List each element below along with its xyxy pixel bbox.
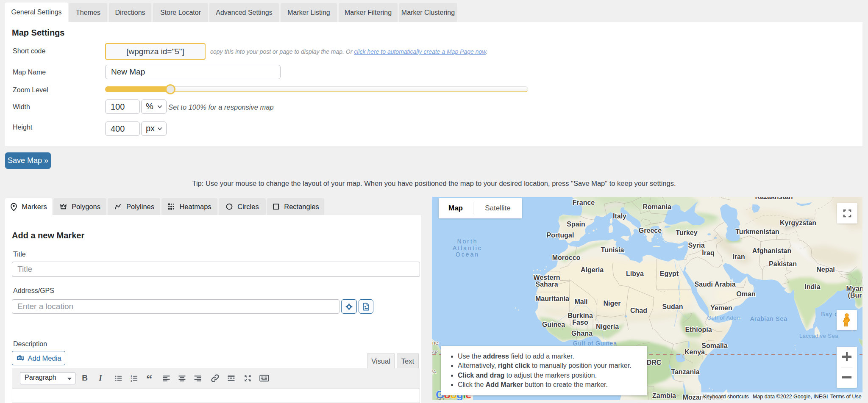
svg-text:Morocco: Morocco (552, 254, 581, 261)
svg-text:Afghanistan: Afghanistan (752, 247, 791, 254)
svg-text:Tanzania: Tanzania (671, 368, 699, 375)
svg-text:Syria: Syria (688, 242, 704, 249)
svg-text:Libya: Libya (626, 270, 644, 277)
svg-text:Greece: Greece (639, 227, 662, 234)
svg-text:DRC: DRC (647, 359, 662, 366)
svg-text:Tunisia: Tunisia (601, 246, 624, 254)
svg-text:Iraq: Iraq (702, 249, 714, 257)
svg-text:“: “ (146, 374, 152, 382)
svg-text:Yemen: Yemen (710, 304, 732, 312)
svg-text:Turkey: Turkey (676, 229, 697, 236)
svg-text:Iran: Iran (732, 253, 745, 260)
svg-text:2: 2 (131, 377, 132, 380)
svg-text:Chad: Chad (630, 307, 647, 314)
svg-text:Gulf of Aden: Gulf of Aden (707, 315, 740, 321)
svg-text:Saudi Arabia: Saudi Arabia (694, 281, 735, 288)
svg-text:AP: AP (432, 350, 438, 355)
svg-text:India: India (804, 283, 820, 290)
svg-text:Pakistan: Pakistan (769, 260, 797, 268)
svg-text:Kyrgyzstan: Kyrgyzstan (780, 219, 816, 226)
svg-text:PA: PA (432, 369, 437, 374)
svg-text:3: 3 (131, 380, 132, 382)
svg-text:1: 1 (131, 375, 132, 377)
svg-text:Ethiopia: Ethiopia (685, 326, 712, 333)
svg-text:Italy: Italy (613, 213, 626, 220)
svg-text:Somalia: Somalia (701, 342, 727, 349)
svg-text:Mali: Mali (574, 298, 587, 305)
svg-text:Laccadive Sea: Laccadive Sea (799, 333, 838, 339)
svg-text:Turkmenistan: Turkmenistan (735, 228, 779, 235)
svg-text:Portugal: Portugal (547, 232, 574, 239)
svg-text:Burkina: Burkina (568, 312, 593, 319)
svg-text:(Bur: (Bur (848, 292, 862, 299)
svg-text:Oman: Oman (736, 290, 755, 298)
svg-text:Sudan: Sudan (662, 303, 683, 310)
svg-text:Arabian Sea: Arabian Sea (750, 315, 787, 322)
svg-text:Myan: Myan (846, 285, 862, 292)
svg-text:Ghana: Ghana (571, 330, 593, 337)
svg-text:Nepal: Nepal (816, 266, 835, 273)
svg-text:Atlantic: Atlantic (453, 245, 482, 251)
svg-text:Algeria: Algeria (581, 266, 604, 273)
svg-text:Romania: Romania (643, 203, 671, 210)
svg-text:Kazakhstan: Kazakhstan (755, 197, 793, 200)
svg-text:Nigeria: Nigeria (596, 323, 619, 330)
svg-text:Spain: Spain (567, 221, 585, 228)
svg-text:Western: Western (534, 274, 560, 281)
svg-text:Zambia: Zambia (652, 392, 676, 399)
svg-text:Ocean: Ocean (456, 251, 479, 258)
svg-text:Egypt: Egypt (660, 270, 679, 277)
svg-text:Sahara: Sahara (535, 281, 558, 288)
svg-text:ne: ne (432, 340, 438, 346)
svg-text:Guinea: Guinea (542, 321, 565, 328)
svg-text:Niger: Niger (604, 300, 621, 307)
svg-text:North: North (457, 238, 478, 245)
svg-text:Mauritania: Mauritania (535, 295, 569, 302)
svg-text:France: France (573, 199, 595, 206)
svg-text:Faso: Faso (572, 319, 588, 326)
svg-text:Kenya: Kenya (684, 348, 705, 356)
